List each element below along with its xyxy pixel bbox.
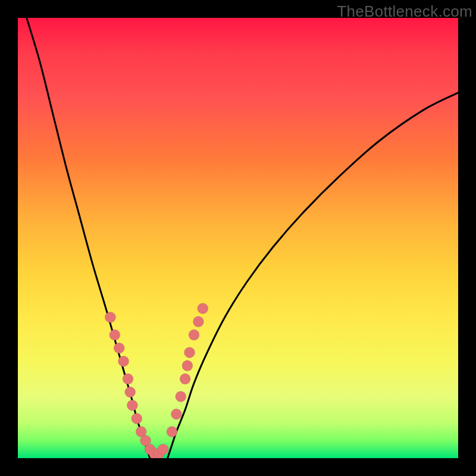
sample-point [118, 356, 129, 367]
sample-point [127, 400, 137, 411]
sample-point [180, 374, 190, 384]
sample-point [176, 391, 186, 402]
sample-point [125, 387, 136, 397]
sample-point [105, 312, 115, 322]
sample-point [109, 330, 120, 340]
sample-point [198, 303, 208, 314]
sample-point [131, 413, 142, 424]
plot-area [18, 18, 458, 458]
curve-layer [18, 18, 458, 458]
sample-point [182, 361, 193, 371]
right-curve [168, 93, 458, 458]
sample-point [193, 317, 203, 327]
sample-point [184, 347, 195, 358]
sample-point [171, 409, 181, 419]
sample-point [158, 444, 168, 455]
chart-frame: TheBottleneck.com [0, 0, 476, 476]
sample-point [189, 330, 199, 340]
sample-point [114, 343, 124, 353]
marker-layer [105, 303, 208, 458]
sample-point [167, 427, 177, 437]
sample-point [123, 374, 133, 384]
